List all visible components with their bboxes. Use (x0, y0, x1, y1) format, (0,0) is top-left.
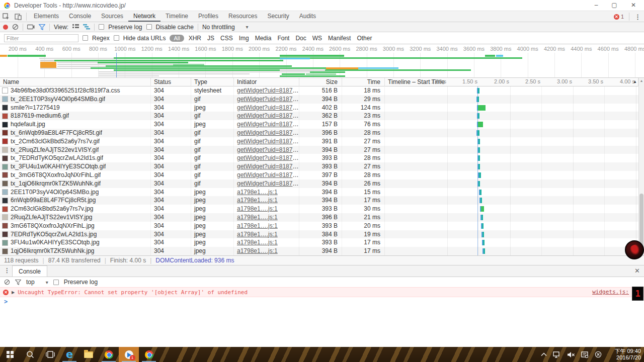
table-row[interactable]: 8187619-medium6.gif304gifgetWidget?uid=8… (0, 112, 638, 120)
table-row[interactable]: tx_2RuqZLfeAJjTS22ev1VISY.gif304gifgetWi… (0, 146, 638, 154)
execution-context-dropdown[interactable]: top (26, 279, 48, 286)
task-view-button[interactable] (40, 347, 60, 362)
tab-console[interactable]: Console (12, 265, 47, 277)
tab-security[interactable]: Security (262, 11, 294, 22)
taskbar-file-explorer[interactable] (78, 347, 99, 362)
table-row[interactable]: tx_3FU4u1w0KAHIYyE3SCOtqb.gif304gifgetWi… (0, 162, 638, 171)
initiator-link[interactable]: a1798e1….js:1 (237, 231, 278, 238)
filter-type-media[interactable]: Media (254, 35, 273, 42)
table-row[interactable]: 2EE1T0P3syV4Ol0p64SMBo.jpg304jpega1798e1… (0, 188, 638, 197)
hide-data-urls-checkbox[interactable] (114, 35, 119, 41)
record-network-log-button[interactable] (3, 25, 8, 30)
filter-type-img[interactable]: Img (237, 35, 251, 42)
scroll-up-icon[interactable]: ▲ (639, 79, 644, 82)
initiator-link[interactable]: getWidget?uid=8187619&h… (237, 112, 299, 119)
table-row[interactable]: tx_1qjO6Ikrqmr0kTZK5WuhNk.gif304gifgetWi… (0, 179, 638, 188)
taskbar-active-app[interactable]: 1 (119, 347, 139, 362)
regex-checkbox[interactable] (83, 35, 88, 41)
tab-profiles[interactable]: Profiles (193, 11, 223, 22)
column-header-type[interactable]: Type (191, 78, 234, 86)
initiator-link[interactable]: getWidget?uid=8187619&h… (237, 87, 299, 94)
preserve-log-checkbox[interactable] (99, 24, 104, 30)
table-row[interactable]: hqdefault.jpg304jpeggetWidget?uid=818761… (0, 120, 638, 129)
initiator-link[interactable]: a1798e1….js:1 (237, 239, 278, 246)
throttling-dropdown[interactable]: No throttling (202, 24, 249, 31)
initiator-link[interactable]: getWidget?uid=8187619&h… (237, 154, 299, 161)
tab-network[interactable]: Network (128, 11, 160, 22)
column-header-time[interactable]: Time (342, 78, 385, 86)
console-preserve-log-checkbox[interactable] (53, 280, 59, 285)
table-row[interactable]: 3mG6T8QXoxfroJqNXrFihL.jpg304jpega1798e1… (0, 222, 638, 230)
initiator-link[interactable]: getWidget?uid=8187619&h… (237, 163, 299, 170)
tab-elements[interactable]: Elements (29, 11, 64, 22)
network-overview-timeline[interactable]: 200 ms400 ms600 ms800 ms1000 ms1200 ms14… (0, 44, 644, 78)
filter-type-all[interactable]: All (170, 35, 184, 42)
column-header-status[interactable]: Status (151, 78, 191, 86)
table-row[interactable]: 6nWqb99aE8L4F7FCj8cR5t.jpg304jpega1798e1… (0, 196, 638, 205)
column-header-name[interactable]: Name (0, 78, 151, 86)
start-button[interactable] (0, 347, 20, 362)
tab-sources[interactable]: Sources (96, 11, 128, 22)
filter-type-doc[interactable]: Doc (294, 35, 307, 42)
initiator-link[interactable]: getWidget?uid=8187619&h… (237, 121, 299, 128)
table-row[interactable]: 34b96fbe38d0f33965251f28cf819f7a.css304s… (0, 86, 638, 95)
initiator-link[interactable]: a1798e1….js:1 (237, 189, 278, 196)
device-toolbar-icon[interactable] (12, 12, 24, 22)
table-row[interactable]: tx_3mG6T8QXoxfroJqNXrFihL.gif304gifgetWi… (0, 171, 638, 179)
table-row[interactable]: 2RuqZLfeAJjTS22ev1VISY.jpg304jpega1798e1… (0, 213, 638, 222)
error-source-link[interactable]: widgets.js: (592, 289, 629, 295)
tab-console[interactable]: Console (64, 11, 96, 22)
scrollbar-thumb[interactable] (639, 194, 643, 250)
tab-resources[interactable]: Resources (223, 11, 262, 22)
table-row[interactable]: 7EDRdTyKO5qcrZwLA2Id1s.jpg304jpega1798e1… (0, 230, 638, 239)
close-window-button[interactable]: ✕ (625, 0, 642, 11)
disable-cache-checkbox[interactable] (146, 24, 152, 30)
initiator-link[interactable]: getWidget?uid=8187619&h… (237, 129, 299, 136)
initiator-link[interactable]: getWidget?uid=8187619&h… (237, 180, 299, 187)
taskbar-chrome-1[interactable] (99, 347, 119, 362)
taskbar-edge[interactable]: e (59, 347, 79, 362)
tab-audits[interactable]: Audits (294, 11, 321, 22)
table-row[interactable]: tx_2EE1T0P3syV4Ol0p64SMBo.gif304gifgetWi… (0, 95, 638, 104)
screenshot-camera-icon[interactable] (27, 24, 35, 30)
network-status-icon[interactable] (553, 351, 561, 358)
taskbar-chrome-2[interactable] (139, 347, 159, 362)
volume-muted-icon[interactable] (567, 351, 575, 358)
filter-type-ws[interactable]: WS (311, 35, 324, 42)
initiator-link[interactable]: a1798e1….js:1 (237, 214, 278, 221)
filter-type-xhr[interactable]: XHR (187, 35, 203, 42)
minimize-button[interactable]: – (588, 0, 605, 11)
initiator-link[interactable]: getWidget?uid=8187619&h… (237, 171, 299, 178)
taskbar-clock[interactable]: 下午 09:40 2016/7/20 (604, 348, 641, 361)
status-circle-x-icon[interactable] (595, 351, 602, 358)
table-scrollbar[interactable]: ▲ ▼ (638, 78, 644, 255)
expand-triangle-icon[interactable]: ▶ (12, 290, 15, 295)
table-row[interactable]: 1qjO6Ikrqmr0kTZK5WuhNk.jpg304jpega1798e1… (0, 247, 638, 255)
console-error-badge[interactable]: ✕ 1 (614, 14, 624, 20)
clear-console-icon[interactable] (4, 279, 10, 285)
table-row[interactable]: 2Cm63clGkBbd52a6y7rs7v.jpg304jpega1798e1… (0, 205, 638, 213)
inspect-element-icon[interactable] (0, 12, 12, 22)
table-row[interactable]: smile?i=17275419304jpeggetWidget?uid=818… (0, 104, 638, 112)
tab-timeline[interactable]: Timeline (160, 11, 193, 22)
filter-type-css[interactable]: CSS (219, 35, 234, 42)
table-row[interactable]: 3FU4u1w0KAHIYyE3SCOtqb.jpg304jpega1798e1… (0, 238, 638, 247)
console-filter-icon[interactable] (15, 280, 21, 285)
devtools-menu-icon[interactable]: ⋮ (634, 13, 641, 21)
sort-ascending-icon[interactable]: ▲ (633, 79, 637, 84)
initiator-link[interactable]: a1798e1….js:1 (237, 205, 278, 212)
search-button[interactable] (20, 347, 40, 362)
column-header-size[interactable]: Size (299, 78, 342, 86)
console-prompt[interactable]: > (0, 297, 644, 306)
maximize-button[interactable]: ▢ (606, 0, 623, 11)
drawer-menu-icon[interactable]: ⋮ (4, 267, 10, 274)
table-row[interactable]: tx_2Cm63clGkBbd52a6y7rs7v.gif304gifgetWi… (0, 137, 638, 146)
table-row[interactable]: tx_7EDRdTyKO5qcrZwLA2Id1s.gif304gifgetWi… (0, 154, 638, 162)
filter-type-font[interactable]: Font (276, 35, 291, 42)
initiator-link[interactable]: a1798e1….js:1 (237, 247, 278, 254)
filter-type-js[interactable]: JS (206, 35, 216, 42)
table-row[interactable]: tx_6nWqb99aE8L4F7FCj8cR5t.gif304gifgetWi… (0, 129, 638, 137)
initiator-link[interactable]: getWidget?uid=8187619&h… (237, 138, 299, 145)
clear-network-log-icon[interactable] (12, 24, 19, 30)
filter-input[interactable] (4, 34, 78, 42)
